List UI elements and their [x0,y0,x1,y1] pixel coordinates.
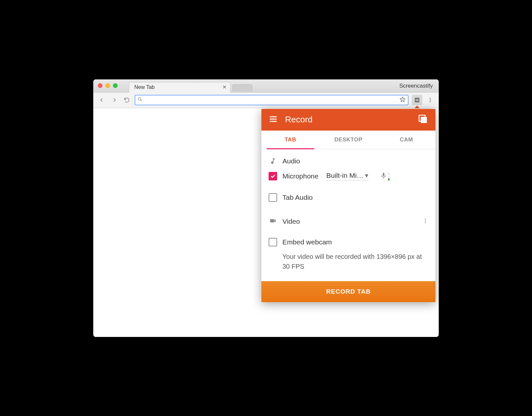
microphone-row: Microphone Built-in Mi… ▾ [261,168,435,184]
level-bar [388,173,390,181]
popup-title: Record [285,114,410,125]
tab-title: New Tab [134,84,155,90]
popup-body: Audio Microphone Built-in Mi… ▾ [261,149,435,280]
svg-rect-3 [417,99,417,101]
popup-header: Record [261,109,435,131]
microphone-label: Microphone [282,172,319,180]
menu-icon[interactable] [269,114,278,125]
bookmark-star-icon[interactable] [399,96,406,104]
embed-webcam-row: Embed webcam [261,235,435,250]
record-tab-button[interactable]: RECORD TAB [261,281,435,302]
tab-tab[interactable]: TAB [261,131,320,149]
music-note-icon [269,157,277,165]
video-camera-icon [269,218,277,225]
svg-point-6 [430,100,431,101]
new-tab-button[interactable] [233,84,252,92]
browser-tab[interactable]: New Tab ✕ [129,82,231,93]
toolbar [93,93,439,108]
tab-audio-row: Tab Audio [261,190,435,205]
svg-point-5 [430,98,431,99]
selected-device: Built-in Mi… [326,172,364,179]
screencastify-extension-button[interactable] [412,95,422,105]
resolution-hint: Your video will be recorded with 1396×89… [261,250,435,271]
window-controls [98,83,118,88]
page-content: Record TAB DESKTOP CAM Audio [93,108,439,337]
svg-point-10 [425,220,426,221]
audio-section-header: Audio [261,154,435,168]
back-button[interactable] [97,95,106,105]
svg-point-0 [138,98,141,100]
tab-strip: New Tab ✕ [129,79,252,92]
microphone-device-select[interactable]: Built-in Mi… ▾ [326,172,369,180]
window-title: Screencastify [399,83,433,89]
address-bar[interactable] [135,95,409,105]
forward-button[interactable] [110,95,119,105]
close-tab-icon[interactable]: ✕ [222,85,227,90]
tab-audio-label: Tab Audio [282,194,313,201]
address-input[interactable] [144,97,399,103]
svg-point-7 [430,101,431,102]
tab-desktop[interactable]: DESKTOP [320,131,378,149]
svg-point-11 [425,222,426,223]
chevron-down-icon: ▾ [365,172,368,179]
recordings-library-icon[interactable] [418,114,428,126]
maximize-window-button[interactable] [113,83,118,88]
svg-rect-4 [418,99,419,101]
tab-label: TAB [285,136,296,143]
titlebar: New Tab ✕ Screencastify [93,79,439,93]
svg-rect-2 [416,99,416,101]
browser-window: New Tab ✕ Screencastify [93,79,439,337]
record-button-label: RECORD TAB [326,288,370,295]
tab-audio-checkbox[interactable] [269,193,277,202]
audio-label: Audio [282,157,300,165]
close-window-button[interactable] [98,83,102,88]
tab-label: DESKTOP [334,136,362,143]
tab-label: CAM [400,136,413,143]
video-options-button[interactable] [422,218,428,225]
search-icon [137,97,143,103]
browser-menu-button[interactable] [426,95,435,105]
microphone-icon [380,172,387,181]
video-section-header: Video [261,214,435,229]
minimize-window-button[interactable] [105,83,110,88]
embed-webcam-label: Embed webcam [282,238,332,246]
mode-tabs: TAB DESKTOP CAM [261,131,435,149]
tab-cam[interactable]: CAM [377,131,435,149]
screencastify-popup: Record TAB DESKTOP CAM Audio [261,109,435,302]
reload-button[interactable] [122,95,131,105]
embed-webcam-checkbox[interactable] [269,238,277,246]
microphone-level-meter [380,172,390,181]
microphone-checkbox[interactable] [269,172,277,180]
video-label: Video [282,218,300,225]
svg-point-9 [425,218,426,219]
